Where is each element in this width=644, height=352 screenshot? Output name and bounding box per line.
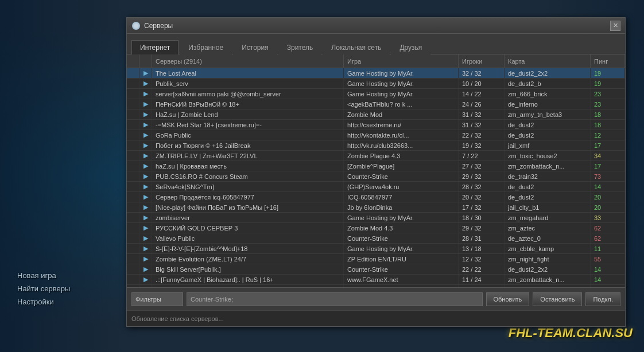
refresh-button[interactable]: Обновить [486, 292, 530, 306]
lock-cell [127, 233, 139, 243]
server-game: www.FGameX.net [344, 275, 459, 284]
server-map: zm_aztec [505, 223, 591, 233]
lock-cell [127, 182, 139, 191]
tab-bar: Интернет Избранное История Зритель Локал… [127, 34, 625, 54]
server-ping: 14 [591, 264, 625, 274]
server-name: server[xal9vnii ammo paki @@zombi_server [152, 89, 344, 99]
server-map: zm_zombattack_n... [505, 161, 591, 171]
server-ping: 62 [591, 223, 625, 233]
server-map: zm_army_tn_beta3 [505, 109, 591, 119]
server-players: 32 / 32 [459, 68, 505, 78]
server-name: SeRva4ok[SNG^Tm] [152, 182, 344, 191]
server-name: [Nice-play] Фaйни ПоБаГ из ТюРьМы [+16] [152, 202, 344, 212]
table-row[interactable]: ▶[Nice-play] Фaйни ПоБаГ из ТюРьМы [+16]… [127, 202, 625, 213]
col-lock [127, 54, 139, 68]
table-row[interactable]: ▶ПеРнСкИй ВзРыВнОй © 18+<agekBaTHbIu? ro… [127, 99, 625, 109]
server-name: Побег из Тюряги © +16 JailBreak [152, 140, 344, 150]
fav-cell: ▶ [139, 79, 152, 88]
table-row[interactable]: ▶Сервер Продаётся icq-605847977ICQ-60584… [127, 192, 625, 202]
server-game: Counter-Strike [344, 233, 459, 243]
server-game: http://csextreme.ru/ [344, 120, 459, 130]
stop-button[interactable]: Остановить [533, 292, 582, 306]
filter-text: Counter-Strike; [187, 292, 483, 306]
col-fav [139, 54, 152, 68]
server-map: de_dust2 [505, 192, 591, 202]
table-row[interactable]: ▶Побег из Тюряги © +16 JailBreakhttp://v… [127, 140, 625, 151]
left-menu: Новая игра Найти серверы Настройки [17, 271, 70, 306]
server-ping: 11 [591, 244, 625, 253]
fav-cell: ▶ [139, 99, 152, 109]
server-map: de_dust2 [505, 130, 591, 140]
table-row[interactable]: ▶Big Skill Server[Publik.]Counter-Strike… [127, 264, 625, 275]
server-game: Game Hosting by MyAr. [344, 213, 459, 222]
fav-cell: ▶ [139, 68, 152, 78]
server-name: ZM.TRIPLE.LV | Zm+War3FT 22LVL [152, 151, 344, 161]
server-ping: 23 [591, 99, 625, 109]
fav-cell: ▶ [139, 202, 152, 212]
table-row[interactable]: ▶SeRva4ok[SNG^Tm](GHP)Serva4ok.ru28 / 32… [127, 182, 625, 192]
fav-cell: ▶ [139, 264, 152, 274]
server-map: de_dust2_2x2 [505, 264, 591, 274]
server-map: zm_toxic_house2 [505, 151, 591, 161]
tab-internet[interactable]: Интернет [131, 40, 179, 54]
table-row[interactable]: ▶haZ.su | Кровавая месть[Zombie^Plague]2… [127, 161, 625, 171]
table-row[interactable]: ▶Publik_servGame Hosting by MyAr.10 / 20… [127, 79, 625, 89]
server-name: HaZ.su | Zombie Lend [152, 109, 344, 119]
server-players: 10 / 20 [459, 79, 505, 88]
table-row[interactable]: ▶Zombie Evolution (ZME.LT) 24/7ZP Editio… [127, 254, 625, 264]
table-row[interactable]: ▶GoRa Publichttp://vkontakte.ru/cl...22 … [127, 130, 625, 140]
lock-cell [127, 275, 139, 284]
fav-cell: ▶ [139, 151, 152, 161]
server-players: 13 / 18 [459, 244, 505, 253]
server-name: Сервер Продаётся icq-605847977 [152, 192, 344, 202]
server-game: Jb by 6lonDinka [344, 202, 459, 212]
dialog-title: Серверы [144, 22, 610, 30]
server-game: http://vk.ru/club32663... [344, 140, 459, 150]
lock-cell [127, 264, 139, 274]
tab-history[interactable]: История [233, 40, 277, 54]
server-map: de_aztec_0 [505, 233, 591, 243]
sidebar-item-find-servers[interactable]: Найти серверы [17, 284, 70, 293]
tab-friends[interactable]: Друзья [391, 40, 430, 54]
tab-lan[interactable]: Локальная сеть [323, 40, 390, 54]
table-row[interactable]: ▶PUB.CS16.RO # Concurs SteamCounter-Stri… [127, 171, 625, 182]
close-button[interactable]: ✕ [610, 21, 620, 31]
server-name: Big Skill Server[Publik.] [152, 264, 344, 274]
server-name: -=MSK Red Star 18+ [csextreme.ru]=- [152, 120, 344, 130]
connect-button[interactable]: Подкл. [585, 292, 620, 306]
server-ping: 34 [591, 151, 625, 161]
steam-icon [131, 21, 141, 30]
server-map: jail_city_b1 [505, 202, 591, 212]
lock-cell [127, 89, 139, 99]
server-ping: 12 [591, 130, 625, 140]
title-bar: Серверы ✕ [127, 18, 625, 34]
server-game: ZP Edition EN/LT/RU [344, 254, 459, 264]
tab-favorites[interactable]: Избранное [180, 40, 232, 54]
table-row[interactable]: ▶zombiserverGame Hosting by MyAr.18 / 30… [127, 213, 625, 223]
table-row[interactable]: ▶Valievo PublicCounter-Strike28 / 31de_a… [127, 233, 625, 244]
server-map: zm_zombattack_n... [505, 275, 591, 284]
col-players: Игроки [459, 54, 505, 68]
table-row[interactable]: ▶server[xal9vnii ammo paki @@zombi_serve… [127, 89, 625, 99]
server-game: Zombie Plague 4.3 [344, 151, 459, 161]
branding-text: FHL-TEAM.CLAN.SU [509, 326, 633, 341]
server-name: GoRa Public [152, 130, 344, 140]
table-row[interactable]: ▶S-[E]-R-V-[E]-[Zombie^^Mod]+18Game Host… [127, 244, 625, 254]
server-players: 22 / 32 [459, 130, 505, 140]
sidebar-item-settings[interactable]: Настройки [17, 298, 70, 306]
server-map: zm_cbble_kamp [505, 244, 591, 253]
table-row[interactable]: ▶РУССКИЙ GOLD СЕРВЕР 3Zombie Mod 4.329 /… [127, 223, 625, 233]
server-ping: 14 [591, 182, 625, 191]
filter-input[interactable] [131, 292, 183, 306]
table-row[interactable]: ▶-=MSK Red Star 18+ [csextreme.ru]=-http… [127, 120, 625, 130]
lock-cell [127, 109, 139, 119]
table-row[interactable]: ▶The Lost ArealGame Hosting by MyAr.32 /… [127, 68, 625, 79]
table-row[interactable]: ▶.::[FunnyGameX | Biohazard]:. | RuS | 1… [127, 275, 625, 285]
table-row[interactable]: ▶ZM.TRIPLE.LV | Zm+War3FT 22LVLZombie Pl… [127, 151, 625, 161]
table-row[interactable]: ▶HaZ.su | Zombie LendZombie Mod31 / 32zm… [127, 109, 625, 120]
fav-cell: ▶ [139, 182, 152, 191]
sidebar-item-new-game[interactable]: Новая игра [17, 271, 70, 280]
tab-spectator[interactable]: Зритель [278, 40, 322, 54]
server-map: zm_666_brick [505, 89, 591, 99]
fav-cell: ▶ [139, 140, 152, 150]
